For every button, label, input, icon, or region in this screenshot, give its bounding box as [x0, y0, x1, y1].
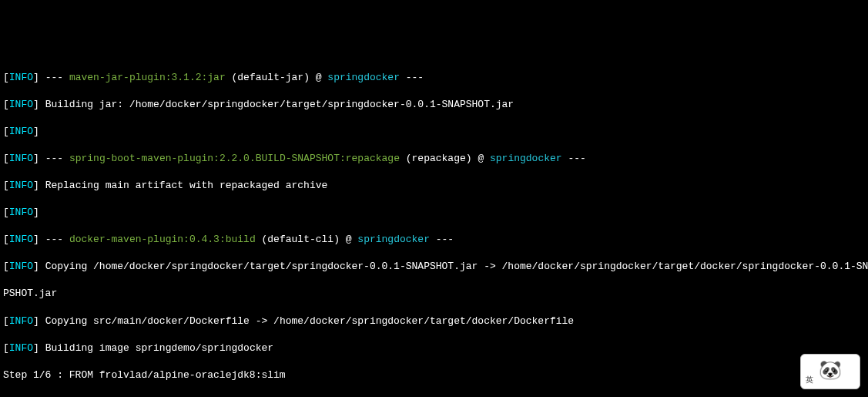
badge-text: 英 [806, 375, 813, 386]
app-logo-badge: 🐼 英 [800, 354, 860, 389]
panda-icon: 🐼 [819, 359, 842, 384]
terminal-output: [INFO] --- maven-jar-plugin:3.1.2:jar (d… [3, 57, 865, 397]
